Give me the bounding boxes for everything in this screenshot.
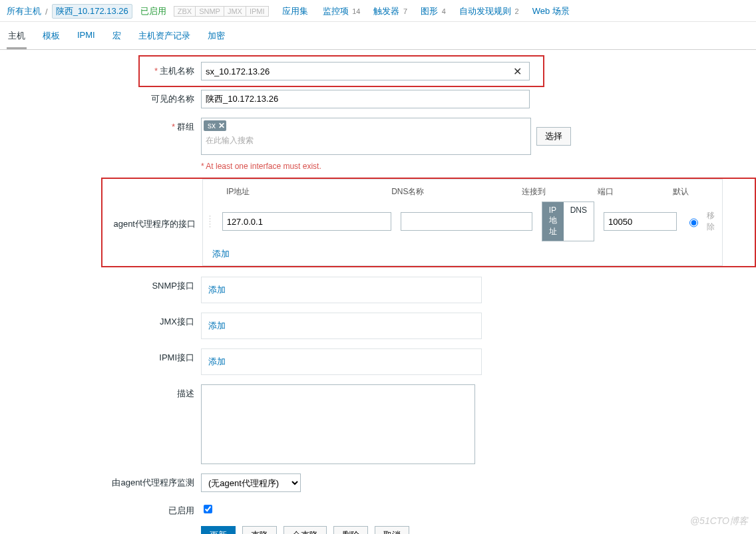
- agent-port-input[interactable]: [604, 212, 677, 231]
- description-label: 描述: [0, 384, 201, 464]
- if-header-connect: 连接到: [522, 186, 588, 198]
- items-link[interactable]: 监控项 14: [323, 5, 361, 17]
- form-buttons: 更新 克隆 全克隆 删除 取消: [0, 526, 756, 534]
- all-hosts-link[interactable]: 所有主机: [7, 5, 41, 17]
- agent-dns-input[interactable]: [401, 212, 532, 231]
- tab-templates[interactable]: 模板: [41, 23, 61, 49]
- connect-ip-option[interactable]: IP地址: [542, 202, 564, 241]
- close-icon[interactable]: ✕: [218, 121, 225, 130]
- tab-host[interactable]: 主机: [7, 23, 27, 49]
- add-jmx-interface-link[interactable]: 添加: [208, 320, 226, 332]
- groups-label: *群组: [0, 118, 201, 155]
- ipmi-if-label: IPMI接口: [0, 348, 201, 375]
- snmp-if-label: SNMP接口: [0, 277, 201, 303]
- visible-name-input[interactable]: [201, 90, 530, 108]
- proto-zbx: ZBX: [174, 6, 196, 17]
- jmx-interface-panel: 添加: [201, 313, 482, 339]
- snmp-interface-panel: 添加: [201, 277, 482, 303]
- clear-icon[interactable]: ✕: [513, 65, 522, 78]
- host-form: *主机名称 ✕ 可见的名称 *群组 sx✕ 在此输入搜索 选择 * At lea…: [0, 50, 756, 534]
- host-name-label: *主机名称: [0, 62, 201, 80]
- config-tabs: 主机 模板 IPMI 宏 主机资产记录 加密: [0, 23, 756, 50]
- update-button[interactable]: 更新: [201, 526, 236, 534]
- add-snmp-interface-link[interactable]: 添加: [208, 284, 226, 296]
- interface-warning: * At least one interface must exist.: [0, 162, 756, 171]
- if-header-port: 端口: [598, 186, 664, 198]
- tab-macros[interactable]: 宏: [111, 23, 122, 49]
- proto-snmp: SNMP: [195, 6, 224, 17]
- monitored-by-label: 由agent代理程序监测: [0, 473, 201, 492]
- groups-multiselect[interactable]: sx✕ 在此输入搜索: [201, 118, 531, 155]
- triggers-link[interactable]: 触发器 7: [373, 5, 407, 17]
- if-header-ip: IP地址: [226, 186, 382, 198]
- description-textarea[interactable]: [201, 384, 475, 464]
- agent-interface-row: IP地址 DNS 移除: [203, 201, 722, 241]
- agent-if-label: agent代理程序的接口: [102, 215, 202, 230]
- ipmi-interface-panel: 添加: [201, 348, 482, 375]
- tab-inventory[interactable]: 主机资产记录: [137, 23, 192, 49]
- tab-encryption[interactable]: 加密: [206, 23, 226, 49]
- protocol-badges: ZBX SNMP JMX IPMI: [174, 6, 269, 17]
- connect-toggle[interactable]: IP地址 DNS: [542, 201, 594, 241]
- graphs-link[interactable]: 图形 4: [421, 5, 446, 17]
- web-link[interactable]: Web 场景: [532, 5, 570, 17]
- applications-link[interactable]: 应用集: [282, 5, 309, 17]
- default-interface-radio[interactable]: [689, 218, 698, 227]
- tab-ipmi[interactable]: IPMI: [76, 23, 96, 49]
- drag-handle-icon[interactable]: [210, 215, 210, 227]
- select-groups-button[interactable]: 选择: [536, 127, 571, 146]
- clone-button[interactable]: 克隆: [242, 526, 277, 534]
- enabled-checkbox[interactable]: [204, 505, 212, 513]
- breadcrumb-sep: /: [45, 7, 48, 17]
- full-clone-button[interactable]: 全克隆: [284, 526, 327, 534]
- remove-interface-link[interactable]: 移除: [707, 210, 715, 233]
- jmx-if-label: JMX接口: [0, 313, 201, 339]
- current-host-link[interactable]: 陕西_10.172.13.26: [52, 4, 132, 19]
- proto-jmx: JMX: [224, 6, 246, 17]
- connect-dns-option[interactable]: DNS: [564, 202, 594, 241]
- if-header-default: 默认: [673, 186, 715, 198]
- delete-button[interactable]: 删除: [333, 526, 368, 534]
- proto-ipmi: IPMI: [246, 6, 269, 17]
- groups-placeholder: 在此输入搜索: [204, 131, 528, 148]
- if-header-dns: DNS名称: [391, 186, 512, 198]
- breadcrumb-bar: 所有主机 / 陕西_10.172.13.26 已启用 ZBX SNMP JMX …: [0, 0, 756, 21]
- monitored-by-select[interactable]: (无agent代理程序): [201, 473, 301, 492]
- agent-ip-input[interactable]: [222, 212, 391, 231]
- highlight-agent-interface: agent代理程序的接口 IP地址 DNS名称 连接到 端口 默认: [101, 178, 756, 267]
- watermark: @51CTO博客: [690, 515, 748, 527]
- group-tag[interactable]: sx✕: [204, 120, 226, 131]
- visible-name-label: 可见的名称: [0, 90, 201, 108]
- status-badge: 已启用: [140, 5, 166, 17]
- enabled-label: 已启用: [0, 501, 201, 517]
- cancel-button[interactable]: 取消: [375, 526, 409, 534]
- discovery-link[interactable]: 自动发现规则 2: [459, 5, 519, 17]
- host-name-input[interactable]: [201, 62, 530, 80]
- add-agent-interface-link[interactable]: 添加: [203, 241, 230, 260]
- agent-interface-panel: IP地址 DNS名称 连接到 端口 默认 IP地址 DNS: [202, 179, 723, 266]
- add-ipmi-interface-link[interactable]: 添加: [208, 356, 226, 368]
